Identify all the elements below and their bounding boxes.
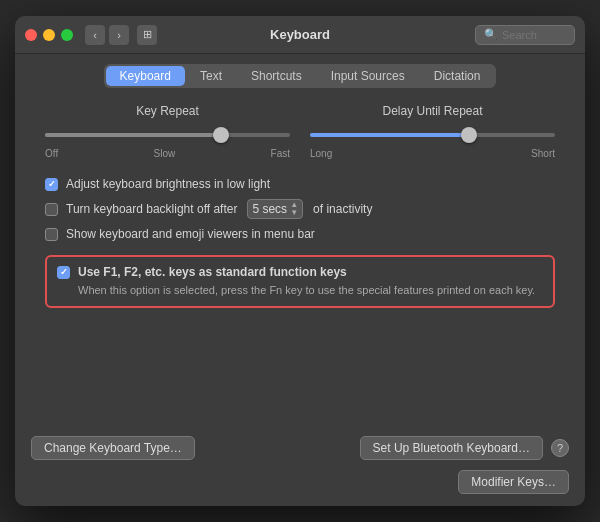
mark-long: Long [310,148,332,159]
checkbox-emoji[interactable] [45,228,58,241]
label-brightness: Adjust keyboard brightness in low light [66,177,270,191]
option-backlight: Turn keyboard backlight off after 5 secs… [45,199,555,219]
bottom-right-buttons: Set Up Bluetooth Keyboard… ? [360,436,569,460]
checkbox-brightness[interactable] [45,178,58,191]
label-backlight: Turn keyboard backlight off after [66,202,237,216]
fn-keys-hint: When this option is selected, press the … [78,283,543,298]
tab-input-sources[interactable]: Input Sources [317,66,419,86]
key-repeat-group: Key Repeat Off Slow Fast [45,104,290,159]
bottom-bar: Change Keyboard Type… Set Up Bluetooth K… [15,428,585,470]
keyboard-window: ‹ › ⊞ Keyboard 🔍 Keyboard Text Shortcuts… [15,16,585,506]
after-select-label: of inactivity [313,202,372,216]
options-section: Adjust keyboard brightness in low light … [45,177,555,241]
delay-repeat-label: Delay Until Repeat [382,104,482,118]
option-fn-keys: Use F1, F2, etc. keys as standard functi… [57,265,543,279]
back-button[interactable]: ‹ [85,25,105,45]
label-fn-keys: Use F1, F2, etc. keys as standard functi… [78,265,347,279]
checkbox-backlight[interactable] [45,203,58,216]
label-emoji: Show keyboard and emoji viewers in menu … [66,227,315,241]
mark-fast: Fast [271,148,290,159]
traffic-lights [25,29,73,41]
help-button[interactable]: ? [551,439,569,457]
select-arrows-icon: ▲ ▼ [290,201,298,217]
tab-keyboard[interactable]: Keyboard [106,66,185,86]
select-value: 5 secs [252,202,287,216]
checkbox-fn-keys[interactable] [57,266,70,279]
option-emoji: Show keyboard and emoji viewers in menu … [45,227,555,241]
sliders-section: Key Repeat Off Slow Fast Delay Until Rep… [45,104,555,159]
search-icon: 🔍 [484,28,498,41]
tab-text[interactable]: Text [186,66,236,86]
tab-dictation[interactable]: Dictation [420,66,495,86]
key-repeat-slider[interactable] [45,126,290,144]
key-repeat-label: Key Repeat [136,104,199,118]
delay-repeat-thumb[interactable] [461,127,477,143]
nav-buttons: ‹ › ⊞ [85,25,157,45]
delay-repeat-group: Delay Until Repeat Long Short [310,104,555,159]
key-repeat-marks: Off Slow Fast [45,148,290,159]
mark-off: Off [45,148,58,159]
key-repeat-fill [45,133,221,137]
grid-button[interactable]: ⊞ [137,25,157,45]
window-title: Keyboard [270,27,330,42]
mark-short: Short [531,148,555,159]
delay-repeat-slider[interactable] [310,126,555,144]
title-bar: ‹ › ⊞ Keyboard 🔍 [15,16,585,54]
mark-slow: Slow [154,148,176,159]
delay-repeat-marks: Long Short [310,148,555,159]
close-button[interactable] [25,29,37,41]
delay-repeat-track [310,133,555,137]
tab-shortcuts[interactable]: Shortcuts [237,66,316,86]
forward-button[interactable]: › [109,25,129,45]
highlighted-option-box: Use F1, F2, etc. keys as standard functi… [45,255,555,308]
key-repeat-thumb[interactable] [213,127,229,143]
minimize-button[interactable] [43,29,55,41]
change-keyboard-type-button[interactable]: Change Keyboard Type… [31,436,195,460]
search-box[interactable]: 🔍 [475,25,575,45]
tabs-bar: Keyboard Text Shortcuts Input Sources Di… [15,54,585,88]
content-area: Key Repeat Off Slow Fast Delay Until Rep… [15,88,585,428]
search-input[interactable] [502,29,572,41]
delay-repeat-fill [310,133,469,137]
key-repeat-track [45,133,290,137]
maximize-button[interactable] [61,29,73,41]
set-up-bluetooth-button[interactable]: Set Up Bluetooth Keyboard… [360,436,543,460]
option-brightness: Adjust keyboard brightness in low light [45,177,555,191]
modifier-keys-button[interactable]: Modifier Keys… [458,470,569,494]
tabs-container: Keyboard Text Shortcuts Input Sources Di… [104,64,497,88]
second-bottom-row: placeholder Modifier Keys… [15,470,585,506]
backlight-select[interactable]: 5 secs ▲ ▼ [247,199,303,219]
